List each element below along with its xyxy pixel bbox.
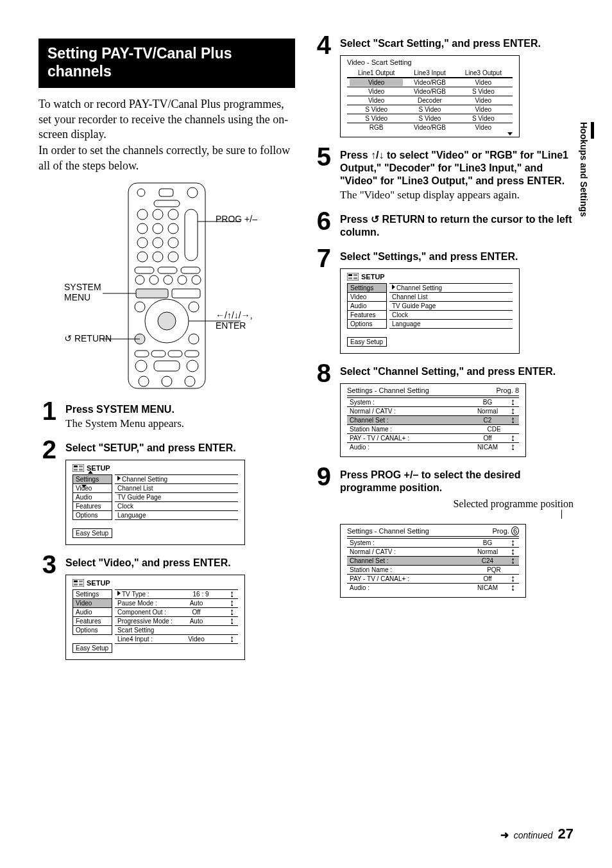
setup-tab: Options [72,625,112,635]
svg-rect-61 [348,277,352,279]
chanset-row: Normal / CATV :Normal⭥ [347,406,519,415]
step-head: Press PROG +/– to select the desired pro… [340,469,574,494]
setup-window-video: SETUP Settings Video Audio Features Opti… [65,575,245,660]
easy-setup-button: Easy Setup [72,643,112,653]
svg-rect-57 [79,584,83,586]
menu-item: TV Guide Page [389,301,513,310]
svg-rect-50 [79,465,83,467]
menu-item: Channel List [115,483,238,492]
cursor-icon [392,284,395,290]
setup-tab: Settings [347,283,387,293]
step-head: Select "Settings," and press ENTER. [340,250,574,263]
easy-setup-button: Easy Setup [72,528,112,538]
svg-rect-58 [347,273,359,281]
setup-window-settings-2: SETUP Settings Video Audio Features Opti… [340,268,520,354]
channel-setting-window-1: Settings - Channel Setting Prog. 8 Syste… [340,383,526,457]
svg-rect-53 [72,579,84,587]
menu-item: Channel Setting [115,474,238,483]
video-row: Pause Mode :Auto⭥ [115,598,238,607]
setup-tab: Audio [72,492,112,502]
step-1: 1 Press SYSTEM MENU. The System Menu app… [38,398,295,430]
setup-tab: Settings [72,589,112,599]
chanset-row: PAY - TV / CANAL+ :Off⭥ [347,433,519,442]
side-index-bar [591,122,594,139]
menu-item: Language [389,319,513,329]
chanset-prog: Prog. 6 [493,527,519,535]
menu-item: Channel List [389,292,513,301]
video-row: Component Out :Off⭥ [115,607,238,616]
menu-item: TV Guide Page [115,492,238,501]
svg-rect-27 [136,289,168,298]
prog-number-circled: 6 [511,526,519,535]
setup-icon [72,579,84,587]
step-6: 6 Press ↺ RETURN to return the cursor to… [313,208,574,239]
chanset-prog: Prog. 8 [497,386,519,394]
svg-point-31 [158,312,176,330]
page-number: 27 [558,826,574,842]
step-5: 5 Press ↑/↓ to select "Video" or "RGB" f… [313,144,574,202]
cursor-icon [117,591,121,596]
svg-rect-59 [348,274,352,276]
video-row: TV Type :16 : 9⭥ [115,589,238,598]
svg-rect-55 [79,580,83,582]
setup-window-settings: SETUP Settings Video Audio Features Opti… [65,460,245,545]
step-head: Select "SETUP," and press ENTER. [65,442,295,455]
remote-label-return: ↻ RETURN [64,334,112,343]
menu-item: Clock [115,501,238,510]
step-head: Select "Channel Setting," and press ENTE… [340,365,574,378]
setup-tab: Audio [72,607,112,617]
svg-rect-51 [74,469,78,471]
chanset-row: Station Name :PQR [347,565,519,574]
setup-tab: Video [72,598,112,608]
step-head: Select "Video," and press ENTER. [65,557,295,569]
svg-rect-48 [72,464,84,472]
remote-label-arrows-enter: ←/↑/↓/→, ENTER [216,311,273,331]
step-num: 8 [313,360,331,386]
step-head: Press ↺ RETURN to return the cursor to t… [340,213,574,239]
chanset-row: Channel Set :C24⭥ [347,556,519,565]
channel-setting-window-2: Settings - Channel Setting Prog. 6 Syste… [340,524,526,598]
video-row: Progressive Mode :Auto⭥ [115,616,238,625]
setup-icon [72,464,84,472]
step-7: 7 Select "Settings," and press ENTER. SE… [313,245,574,354]
setup-tab: Settings [72,474,112,484]
setup-tab: Features [72,616,112,626]
step-num: 7 [313,245,331,271]
return-icon: ↻ [64,334,72,343]
chanset-title: Settings - Channel Setting [347,386,429,394]
step-4: 4 Select "Scart Setting," and press ENTE… [313,32,574,137]
video-row: Line4 Input :Video⭥ [115,634,238,644]
menu-item: Language [115,510,238,520]
svg-rect-54 [74,580,78,582]
remote-label-system-menu: SYSTEM MENU [64,282,126,302]
step-num: 9 [313,464,331,489]
chanset-row: Audio :NICAM⭥ [347,442,519,451]
svg-rect-0 [128,183,205,388]
chanset-row: Audio :NICAM⭥ [347,583,519,592]
scart-row: VideoVideo/RGBVideo [347,78,513,87]
setup-icon [347,273,359,281]
remote-label-prog: PROG +/– [216,214,257,224]
arrow-right-icon: ➜ [500,829,509,841]
setup-title-text: SETUP [87,579,110,587]
step-num: 2 [38,437,56,462]
menu-item: Channel Setting [389,283,513,292]
step-num: 5 [313,144,331,169]
step-9: 9 Press PROG +/– to select the desired p… [313,464,574,598]
svg-rect-52 [79,469,83,471]
step-head: Press ↑/↓ to select "Video" or "RGB" for… [340,149,574,187]
step-8: 8 Select "Channel Setting," and press EN… [313,360,574,457]
scart-row: S VideoS VideoVideo [347,105,513,114]
svg-rect-62 [353,277,357,279]
step-3: 3 Select "Video," and press ENTER. SETUP [38,551,295,660]
svg-rect-56 [74,584,78,586]
scart-row: S VideoS VideoS Video [347,114,513,123]
svg-rect-49 [74,465,78,467]
setup-tab: Video [72,483,112,493]
scart-row: VideoDecoderVideo [347,96,513,105]
footer: ➜ continued 27 [500,826,574,842]
chanset-row: System :BG⭥ [347,397,519,406]
caret-up-icon [88,471,93,474]
setup-tab: Audio [347,301,387,311]
step-num: 4 [313,32,331,58]
